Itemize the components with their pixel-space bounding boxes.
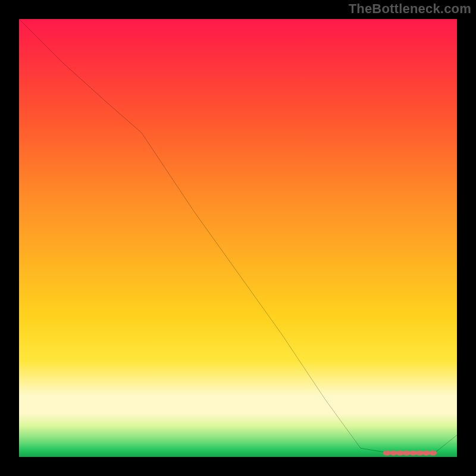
highlight-dot — [429, 450, 437, 455]
highlight-dots — [383, 450, 437, 455]
chart-svg — [19, 19, 457, 457]
chart-stage: TheBottleneck.com — [0, 0, 476, 476]
main-curve — [19, 19, 457, 453]
plot-area — [19, 19, 457, 457]
watermark-text: TheBottleneck.com — [349, 1, 471, 17]
